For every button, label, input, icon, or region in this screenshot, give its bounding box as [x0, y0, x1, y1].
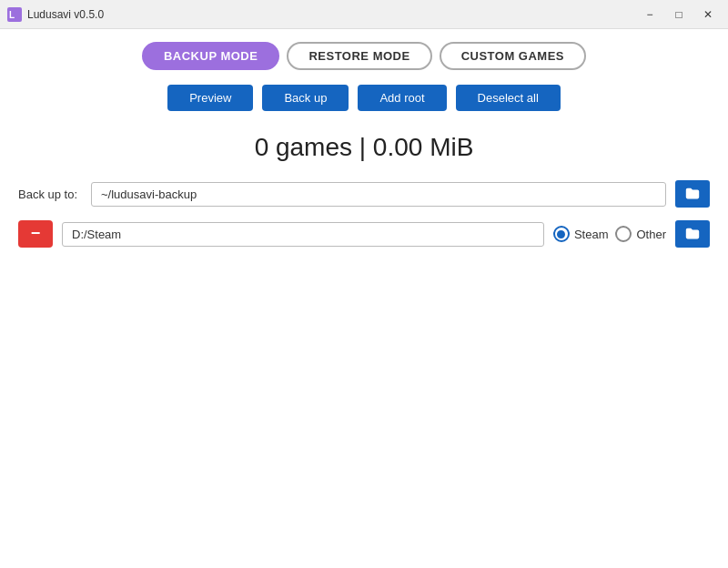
- root-path-input[interactable]: [62, 222, 544, 247]
- action-bar: Preview Back up Add root Deselect all: [0, 79, 728, 122]
- steam-radio-circle[interactable]: [553, 226, 570, 242]
- steam-radio-option[interactable]: Steam: [553, 226, 609, 242]
- steam-radio-dot: [557, 230, 565, 238]
- root-row: − Steam Other: [0, 220, 728, 248]
- maximize-button[interactable]: □: [666, 5, 692, 25]
- preview-button[interactable]: Preview: [167, 85, 253, 111]
- folder-icon: [684, 186, 701, 202]
- title-bar-left: L Ludusavi v0.5.0: [7, 7, 104, 22]
- title-bar-controls: − □ ✕: [637, 5, 721, 25]
- other-radio-label: Other: [636, 228, 666, 241]
- folder-icon: [684, 226, 701, 242]
- add-root-button[interactable]: Add root: [358, 85, 446, 111]
- app-icon: L: [7, 7, 22, 22]
- other-radio-option[interactable]: Other: [615, 226, 666, 242]
- backup-row: Back up to:: [0, 180, 728, 220]
- other-radio-circle[interactable]: [615, 226, 632, 242]
- title-bar: L Ludusavi v0.5.0 − □ ✕: [0, 0, 728, 29]
- mode-bar: BACKUP MODE RESTORE MODE CUSTOM GAMES: [0, 29, 728, 79]
- backup-path-input[interactable]: [91, 182, 666, 207]
- root-browse-button[interactable]: [675, 220, 710, 248]
- close-button[interactable]: ✕: [695, 5, 721, 25]
- svg-text:L: L: [9, 10, 15, 20]
- radio-group: Steam Other: [553, 226, 666, 242]
- backup-label: Back up to:: [18, 188, 82, 201]
- games-count: 0 games | 0.00 MiB: [0, 122, 728, 180]
- backup-mode-button[interactable]: BACKUP MODE: [142, 42, 280, 70]
- backup-button[interactable]: Back up: [262, 85, 349, 111]
- minimize-button[interactable]: −: [637, 5, 662, 25]
- main-content: BACKUP MODE RESTORE MODE CUSTOM GAMES Pr…: [0, 29, 728, 568]
- app-title: Ludusavi v0.5.0: [27, 8, 104, 21]
- custom-games-button[interactable]: CUSTOM GAMES: [440, 42, 586, 70]
- restore-mode-button[interactable]: RESTORE MODE: [287, 42, 431, 70]
- remove-root-button[interactable]: −: [18, 220, 53, 248]
- steam-radio-label: Steam: [574, 228, 609, 241]
- backup-browse-button[interactable]: [675, 180, 710, 208]
- minus-icon: −: [31, 225, 41, 241]
- deselect-all-button[interactable]: Deselect all: [456, 85, 561, 111]
